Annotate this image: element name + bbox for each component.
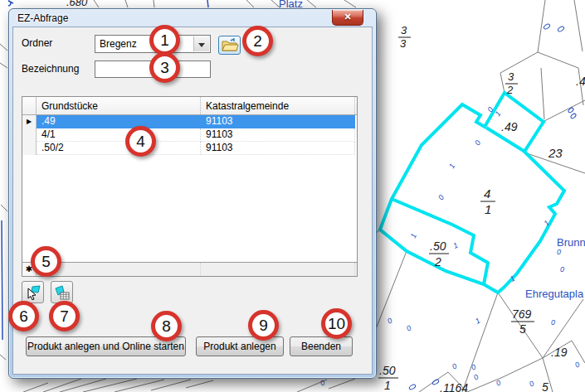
- svg-text:1: 1: [474, 317, 481, 326]
- svg-text:0: 0: [405, 324, 412, 333]
- map-label-1164: .1164: [440, 381, 468, 392]
- map-street-brunn: Brunn: [557, 236, 585, 249]
- svg-text:2: 2: [506, 84, 514, 96]
- select-parcel-on-map-button[interactable]: [22, 281, 44, 303]
- cell-grundstueck[interactable]: 4/1: [37, 128, 201, 142]
- cell-katastralgemeinde[interactable]: 91103: [201, 128, 355, 142]
- svg-text:0: 0: [451, 362, 458, 371]
- folder-icon: [219, 36, 240, 54]
- svg-text:1: 1: [384, 379, 391, 392]
- row-selector-arrow-icon: ▶: [27, 118, 32, 125]
- add-parcel-to-list-button[interactable]: [51, 281, 73, 303]
- produkt-anlegen-button[interactable]: Produkt anlegen: [196, 336, 284, 356]
- map-label-19: .19: [551, 346, 568, 359]
- open-folder-button[interactable]: [218, 36, 241, 55]
- parcel-grid[interactable]: Grundstücke Katastralgemeinde ▶ .49 9110…: [22, 96, 358, 277]
- svg-text:1: 1: [409, 232, 418, 240]
- annotation-circle-10: 10: [321, 308, 352, 339]
- annotation-circle-8: 8: [151, 311, 182, 341]
- grid-column-grundstuecke[interactable]: Grundstücke: [37, 97, 201, 114]
- svg-text:0: 0: [528, 380, 535, 389]
- cell-katastralgemeinde[interactable]: 91103: [201, 142, 355, 155]
- svg-text:0: 0: [495, 379, 502, 388]
- map-label-680: .680: [66, 0, 88, 8]
- svg-text:3: 3: [508, 70, 514, 83]
- grid-column-katastralgemeinde[interactable]: Katastralgemeinde: [201, 97, 355, 114]
- row-selector-cell[interactable]: ▶: [22, 115, 37, 128]
- svg-text:0: 0: [473, 139, 482, 147]
- map-street-ehreguta: Ehregutapla: [525, 288, 584, 300]
- chevron-down-icon: [198, 43, 205, 47]
- svg-text:1: 1: [452, 241, 460, 250]
- svg-text:.50: .50: [379, 364, 396, 377]
- svg-text:0: 0: [560, 265, 564, 273]
- map-symbol: [8, 1, 13, 6]
- map-label-4cut: .4: [576, 75, 585, 88]
- table-row[interactable]: ▶ .49 91103: [22, 115, 357, 128]
- cell-grundstueck[interactable]: .49: [37, 115, 201, 128]
- svg-text:0: 0: [386, 317, 393, 326]
- annotation-circle-6: 6: [8, 301, 39, 332]
- bezeichnung-label: Bezeichnung: [22, 63, 79, 75]
- row-selector-cell[interactable]: [22, 142, 37, 155]
- svg-text:.50: .50: [430, 240, 446, 253]
- new-row-cell[interactable]: [201, 263, 355, 276]
- svg-text:3: 3: [401, 24, 407, 36]
- svg-text:0: 0: [470, 363, 477, 372]
- svg-text:2: 2: [434, 255, 441, 269]
- map-label-50-1: .50 1: [378, 364, 398, 392]
- svg-text:0: 0: [436, 194, 446, 201]
- map-label-5: 5: [542, 380, 548, 392]
- map-label-49: .49: [501, 120, 518, 133]
- svg-text:5: 5: [519, 322, 526, 336]
- svg-text:4: 4: [484, 186, 490, 201]
- map-label-4-1: 4 1: [480, 186, 495, 216]
- svg-text:3: 3: [400, 37, 407, 50]
- table-row[interactable]: .50/2 91103: [22, 142, 357, 155]
- annotation-circle-7: 7: [49, 301, 80, 332]
- highlighted-parcel-outline: [380, 93, 564, 293]
- close-button[interactable]: ✕: [332, 10, 363, 26]
- svg-text:769: 769: [512, 307, 532, 321]
- cell-katastralgemeinde[interactable]: 91103: [201, 115, 355, 128]
- new-row-cell[interactable]: [37, 263, 201, 276]
- table-row[interactable]: 4/1 91103: [22, 128, 357, 142]
- annotation-circle-2: 2: [242, 26, 273, 56]
- svg-text:0: 0: [573, 361, 581, 370]
- map-label-3-2: 3 2: [505, 70, 518, 96]
- annotation-circle-9: 9: [248, 310, 279, 341]
- svg-text:0: 0: [551, 318, 555, 327]
- map-label-3-3: 3 3: [398, 24, 411, 50]
- beenden-button[interactable]: Beenden: [290, 336, 353, 356]
- annotation-circle-1: 1: [149, 25, 180, 56]
- annotation-circle-4: 4: [125, 126, 156, 157]
- grid-corner-cell[interactable]: [22, 97, 37, 114]
- screen: { "window": { "title": "EZ-Abfrage", "cl…: [0, 0, 585, 392]
- cell-grundstueck[interactable]: .50/2: [37, 142, 201, 155]
- dialog-title: EZ-Abfrage: [17, 12, 68, 24]
- dialog-titlebar[interactable]: EZ-Abfrage ✕: [9, 9, 376, 27]
- svg-text:1: 1: [485, 202, 491, 216]
- ordner-dropdown-button[interactable]: [193, 36, 209, 51]
- map-select-cursor-icon: [26, 285, 41, 300]
- row-selector-cell[interactable]: [22, 128, 37, 142]
- parcel-to-table-icon: [55, 285, 70, 300]
- grid-new-row[interactable]: ✱: [22, 262, 357, 276]
- svg-text:0: 0: [319, 379, 326, 388]
- svg-text:1: 1: [493, 109, 502, 118]
- map-label-23: 23: [548, 146, 563, 160]
- ordner-selected-value: Bregenz: [100, 38, 137, 50]
- ordner-label: Ordner: [22, 37, 52, 49]
- svg-text:0: 0: [472, 373, 480, 382]
- annotation-circle-3: 3: [149, 52, 180, 83]
- close-icon: ✕: [344, 12, 351, 22]
- svg-text:1: 1: [447, 162, 456, 170]
- map-label-769-5: 769 5: [511, 307, 534, 336]
- annotation-circle-5: 5: [31, 246, 61, 277]
- svg-text:0: 0: [557, 248, 561, 256]
- grid-header-row: Grundstücke Katastralgemeinde: [22, 97, 357, 115]
